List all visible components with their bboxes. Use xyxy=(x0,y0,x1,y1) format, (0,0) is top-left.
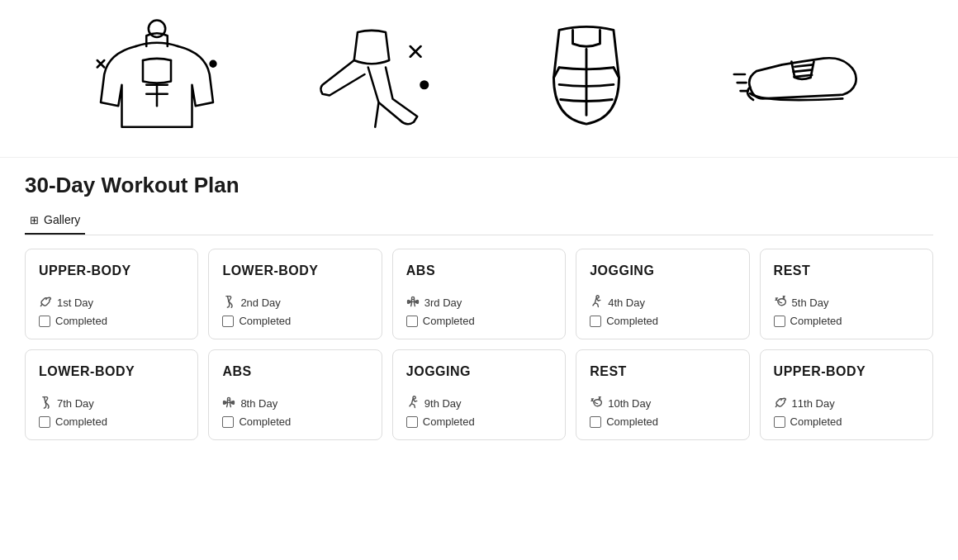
card-day-label: 1st Day xyxy=(57,297,93,309)
card-title: UPPER-BODY xyxy=(39,263,184,278)
card-meta: 4th Day Completed xyxy=(590,295,735,327)
card-day: 2nd Day xyxy=(222,295,368,311)
card-meta: 9th Day Completed xyxy=(406,396,552,428)
completed-label: Completed xyxy=(423,415,475,428)
completed-checkbox[interactable] xyxy=(39,416,50,428)
card-day-label: 11th Day xyxy=(792,397,835,410)
card-meta: 11th Day Completed xyxy=(774,396,919,428)
completed-checkbox[interactable] xyxy=(774,416,785,428)
card-title: ABS xyxy=(222,363,368,379)
card-day: 5th Day xyxy=(774,295,919,311)
completed-checkbox[interactable] xyxy=(406,416,418,428)
gallery-grid: UPPER-BODY 1st Day Completed LOWER-BODY … xyxy=(0,235,958,453)
card-day-icon xyxy=(222,396,235,411)
completed-label: Completed xyxy=(55,315,107,327)
card-day-label: 10th Day xyxy=(608,397,651,410)
jogging-hero-icon xyxy=(710,8,892,140)
card-day-label: 3rd Day xyxy=(424,297,462,309)
completed-checkbox[interactable] xyxy=(222,416,234,428)
card-completed: Completed xyxy=(590,415,735,428)
completed-label: Completed xyxy=(790,415,842,428)
card-day: 10th Day xyxy=(590,396,735,411)
card-day-label: 2nd Day xyxy=(240,297,280,309)
hero-icons-section xyxy=(0,0,958,158)
card-title: JOGGING xyxy=(406,363,552,379)
completed-label: Completed xyxy=(55,415,107,428)
completed-label: Completed xyxy=(790,315,842,327)
card-day: 8th Day xyxy=(222,396,368,411)
card-completed: Completed xyxy=(774,415,919,428)
card-day-icon xyxy=(406,396,420,411)
svg-point-0 xyxy=(149,21,165,37)
card-day: 1st Day xyxy=(39,295,184,311)
card-day-label: 7th Day xyxy=(57,397,94,410)
card-item[interactable]: REST 10th Day Completed xyxy=(576,349,749,440)
card-item[interactable]: UPPER-BODY 11th Day Completed xyxy=(760,349,933,440)
card-day-label: 8th Day xyxy=(240,397,277,410)
card-completed: Completed xyxy=(39,415,184,428)
card-item[interactable]: JOGGING 4th Day Completed xyxy=(576,249,749,339)
card-meta: 7th Day Completed xyxy=(39,396,184,428)
card-meta: 1st Day Completed xyxy=(39,295,184,327)
card-day: 4th Day xyxy=(590,295,735,311)
completed-label: Completed xyxy=(239,315,291,327)
card-title: UPPER-BODY xyxy=(774,363,919,379)
card-completed: Completed xyxy=(222,315,368,327)
card-completed: Completed xyxy=(222,415,368,428)
card-completed: Completed xyxy=(406,315,552,327)
completed-label: Completed xyxy=(606,415,658,428)
card-item[interactable]: ABS 3rd Day Completed xyxy=(392,249,566,339)
card-day-icon xyxy=(774,295,787,311)
tab-gallery[interactable]: ⊞ Gallery xyxy=(25,206,85,235)
card-day-label: 4th Day xyxy=(608,297,645,309)
card-day-icon xyxy=(39,295,52,311)
card-title: REST xyxy=(774,263,919,278)
completed-checkbox[interactable] xyxy=(774,316,785,327)
completed-checkbox[interactable] xyxy=(222,316,234,327)
card-title: LOWER-BODY xyxy=(39,363,184,379)
gallery-tab-label: Gallery xyxy=(44,213,80,226)
card-meta: 8th Day Completed xyxy=(222,396,368,428)
card-day-icon xyxy=(39,396,52,411)
gallery-tab-icon: ⊞ xyxy=(30,214,39,226)
card-item[interactable]: LOWER-BODY 7th Day Completed xyxy=(25,349,198,440)
card-completed: Completed xyxy=(590,315,735,327)
card-day-icon xyxy=(590,396,603,411)
completed-label: Completed xyxy=(606,315,658,327)
page-title-section: 30-Day Workout Plan xyxy=(0,158,958,198)
completed-checkbox[interactable] xyxy=(590,316,601,327)
card-meta: 10th Day Completed xyxy=(590,396,735,428)
lower-body-hero-icon xyxy=(281,8,462,140)
card-title: LOWER-BODY xyxy=(222,263,368,278)
card-item[interactable]: REST 5th Day Completed xyxy=(760,249,933,339)
completed-checkbox[interactable] xyxy=(590,416,601,428)
card-day: 9th Day xyxy=(406,396,552,411)
card-day-icon xyxy=(774,396,787,411)
card-day-icon xyxy=(222,295,235,311)
card-completed: Completed xyxy=(406,415,552,428)
card-item[interactable]: ABS 8th Day Completed xyxy=(208,349,382,440)
card-meta: 5th Day Completed xyxy=(774,295,919,327)
svg-point-1 xyxy=(211,61,216,67)
card-completed: Completed xyxy=(39,315,184,327)
completed-checkbox[interactable] xyxy=(39,316,50,327)
card-day: 11th Day xyxy=(774,396,919,411)
card-day-label: 5th Day xyxy=(792,297,829,309)
abs-hero-icon xyxy=(496,8,677,140)
completed-checkbox[interactable] xyxy=(406,316,418,327)
card-meta: 3rd Day Completed xyxy=(406,295,552,327)
card-meta: 2nd Day Completed xyxy=(222,295,368,327)
card-item[interactable]: UPPER-BODY 1st Day Completed xyxy=(25,249,198,339)
svg-point-2 xyxy=(421,82,429,89)
completed-label: Completed xyxy=(239,415,291,428)
card-item[interactable]: JOGGING 9th Day Completed xyxy=(392,349,566,440)
card-day-icon xyxy=(406,295,420,311)
card-title: ABS xyxy=(406,263,552,278)
page-title: 30-Day Workout Plan xyxy=(25,173,933,198)
card-item[interactable]: LOWER-BODY 2nd Day Completed xyxy=(208,249,382,339)
card-day: 3rd Day xyxy=(406,295,552,311)
card-completed: Completed xyxy=(774,315,919,327)
upper-body-hero-icon xyxy=(66,8,248,140)
card-title: REST xyxy=(590,363,735,379)
card-day-label: 9th Day xyxy=(424,397,462,410)
